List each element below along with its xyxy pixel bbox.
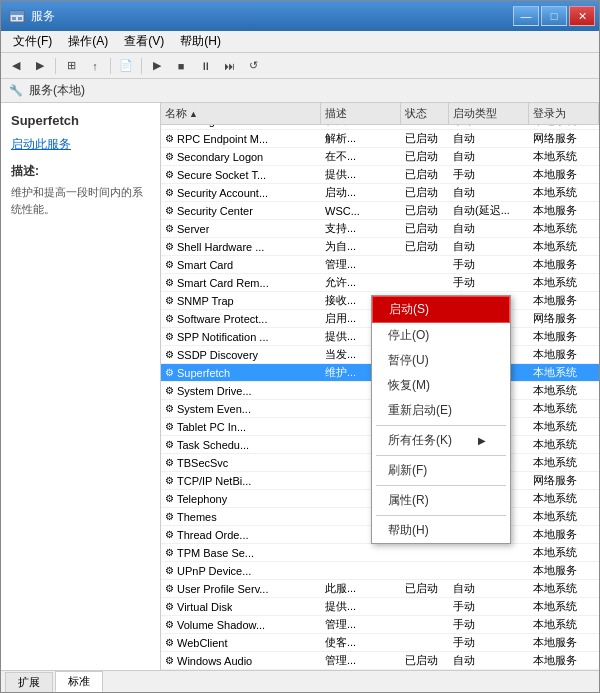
service-row[interactable]: ⚙Volume Shadow...管理...手动本地系统: [161, 616, 599, 634]
service-login-cell: 本地系统: [529, 599, 599, 614]
context-menu-item-label: 恢复(M): [388, 377, 430, 394]
service-status-cell: 已启动: [401, 203, 449, 218]
menu-help[interactable]: 帮助(H): [172, 31, 229, 52]
start-service-link[interactable]: 启动此服务: [11, 136, 150, 153]
desc-text: 维护和提高一段时间内的系统性能。: [11, 184, 150, 217]
service-row[interactable]: ⚙User Profile Serv...此服...已启动自动本地系统: [161, 580, 599, 598]
service-row[interactable]: ⚙Server支持...已启动自动本地系统: [161, 220, 599, 238]
service-row[interactable]: ⚙Smart Card管理...手动本地服务: [161, 256, 599, 274]
properties-button[interactable]: 📄: [115, 56, 137, 76]
service-desc-cell: WSC...: [321, 205, 401, 217]
service-row[interactable]: ⚙Windows Audio管理...已启动自动本地服务: [161, 652, 599, 670]
service-name-cell: ⚙Thread Orde...: [161, 529, 321, 541]
service-gear-icon: ⚙: [165, 331, 174, 342]
sort-asc-icon: ▲: [189, 109, 198, 119]
service-gear-icon: ⚙: [165, 169, 174, 180]
service-gear-icon: ⚙: [165, 295, 174, 306]
restart-service-button[interactable]: ↺: [242, 56, 264, 76]
service-startup-cell: 自动: [449, 581, 529, 596]
bottom-tabs: 扩展标准: [1, 670, 599, 692]
service-row[interactable]: ⚙Secondary Logon在不...已启动自动本地系统: [161, 148, 599, 166]
maximize-button[interactable]: □: [541, 6, 567, 26]
selected-service-name: Superfetch: [11, 113, 150, 128]
svg-rect-3: [18, 17, 22, 20]
service-row[interactable]: ⚙Virtual Disk提供...手动本地系统: [161, 598, 599, 616]
service-status-cell: 已启动: [401, 653, 449, 668]
pause-service-button[interactable]: ⏸: [194, 56, 216, 76]
window-title: 服务: [31, 8, 55, 25]
service-login-cell: 本地服务: [529, 635, 599, 650]
service-status-cell: 已启动: [401, 239, 449, 254]
service-gear-icon: ⚙: [165, 421, 174, 432]
col-header-name[interactable]: 名称 ▲: [161, 103, 321, 124]
service-desc-cell: 为自...: [321, 239, 401, 254]
col-header-desc[interactable]: 描述: [321, 103, 401, 124]
show-console-button[interactable]: ⊞: [60, 56, 82, 76]
context-menu-item[interactable]: 恢复(M): [372, 373, 510, 398]
service-startup-cell: 自动: [449, 239, 529, 254]
service-name-cell: ⚙Themes: [161, 511, 321, 523]
title-buttons: — □ ✕: [513, 6, 595, 26]
service-row[interactable]: ⚙Security CenterWSC...已启动自动(延迟...本地服务: [161, 202, 599, 220]
service-gear-icon: ⚙: [165, 125, 174, 126]
service-name-cell: ⚙Smart Card Rem...: [161, 277, 321, 289]
context-menu-item[interactable]: 属性(R): [372, 488, 510, 513]
service-name-cell: ⚙Security Account...: [161, 187, 321, 199]
service-row[interactable]: ⚙WebClient使客...手动本地服务: [161, 634, 599, 652]
menu-action[interactable]: 操作(A): [60, 31, 116, 52]
tab-扩展[interactable]: 扩展: [5, 672, 53, 692]
tab-标准[interactable]: 标准: [55, 671, 103, 692]
service-login-cell: 本地系统: [529, 401, 599, 416]
up-button[interactable]: ↑: [84, 56, 106, 76]
service-row[interactable]: ⚙Shell Hardware ...为自...已启动自动本地系统: [161, 238, 599, 256]
context-menu-item[interactable]: 刷新(F): [372, 458, 510, 483]
context-menu-item-label: 暂停(U): [388, 352, 429, 369]
context-menu-item[interactable]: 暂停(U): [372, 348, 510, 373]
service-row[interactable]: ⚙RPC Endpoint M...解析...已启动自动网络服务: [161, 130, 599, 148]
service-name-cell: ⚙Task Schedu...: [161, 439, 321, 451]
stop-service-button[interactable]: ■: [170, 56, 192, 76]
service-login-cell: 网络服务: [529, 311, 599, 326]
service-gear-icon: ⚙: [165, 277, 174, 288]
context-menu-item[interactable]: 停止(O): [372, 323, 510, 348]
service-gear-icon: ⚙: [165, 529, 174, 540]
service-login-cell: 本地系统: [529, 365, 599, 380]
context-menu-item[interactable]: 启动(S): [372, 296, 510, 323]
context-menu-separator: [376, 485, 506, 486]
context-menu-item[interactable]: 帮助(H): [372, 518, 510, 543]
context-menu-item[interactable]: 重新启动(E): [372, 398, 510, 423]
col-header-login[interactable]: 登录为: [529, 103, 599, 124]
back-button[interactable]: ◀: [5, 56, 27, 76]
service-startup-cell: 自动: [449, 131, 529, 146]
service-row[interactable]: ⚙Smart Card Rem...允许...手动本地系统: [161, 274, 599, 292]
menu-file[interactable]: 文件(F): [5, 31, 60, 52]
service-row[interactable]: ⚙Secure Socket T...提供...已启动手动本地服务: [161, 166, 599, 184]
service-gear-icon: ⚙: [165, 151, 174, 162]
minimize-button[interactable]: —: [513, 6, 539, 26]
forward-button[interactable]: ▶: [29, 56, 51, 76]
window-icon: [9, 8, 25, 24]
col-header-startup[interactable]: 启动类型: [449, 103, 529, 124]
menu-view[interactable]: 查看(V): [116, 31, 172, 52]
close-button[interactable]: ✕: [569, 6, 595, 26]
service-name-cell: ⚙Smart Card: [161, 259, 321, 271]
col-header-status[interactable]: 状态: [401, 103, 449, 124]
service-gear-icon: ⚙: [165, 547, 174, 558]
context-menu-item[interactable]: 所有任务(K)▶: [372, 428, 510, 453]
start-service-button[interactable]: ▶: [146, 56, 168, 76]
service-desc-cell: 提供...: [321, 167, 401, 182]
service-row[interactable]: ⚙UPnP Device...本地服务: [161, 562, 599, 580]
service-login-cell: 本地系统: [529, 545, 599, 560]
service-login-cell: 本地系统: [529, 509, 599, 524]
address-bar: 🔧 服务(本地): [1, 79, 599, 103]
resume-service-button[interactable]: ⏭: [218, 56, 240, 76]
service-row[interactable]: ⚙Security Account...启动...已启动自动本地系统: [161, 184, 599, 202]
service-gear-icon: ⚙: [165, 385, 174, 396]
service-gear-icon: ⚙: [165, 187, 174, 198]
service-name-cell: ⚙Secondary Logon: [161, 151, 321, 163]
service-name-cell: ⚙Tablet PC In...: [161, 421, 321, 433]
service-startup-cell: 自动: [449, 653, 529, 668]
service-name-cell: ⚙TCP/IP NetBi...: [161, 475, 321, 487]
service-row[interactable]: ⚙TPM Base Se...本地系统: [161, 544, 599, 562]
service-name-cell: ⚙TBSecSvc: [161, 457, 321, 469]
